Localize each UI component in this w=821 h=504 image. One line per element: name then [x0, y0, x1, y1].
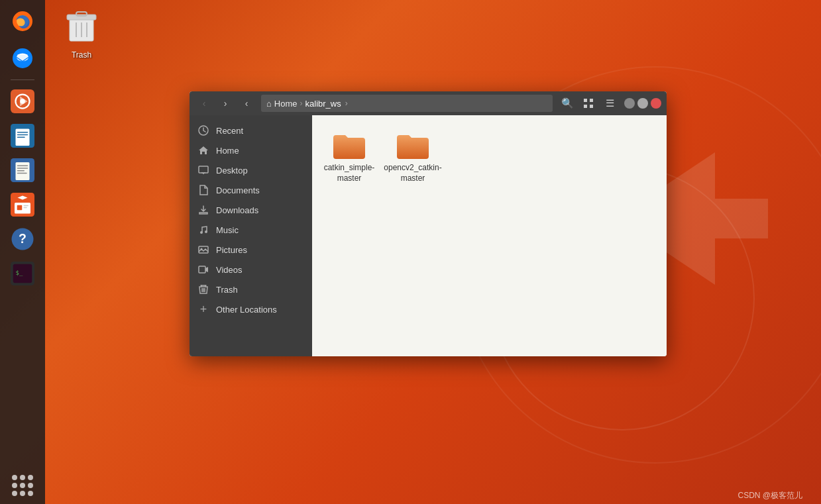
documents-sidebar-icon — [197, 184, 209, 196]
sidebar: Recent Home — [190, 115, 312, 356]
desktop-sidebar-icon — [197, 164, 209, 176]
files-area: catkin_simple-master opencv — [312, 115, 667, 356]
svg-text:$_: $_ — [16, 270, 23, 276]
svg-rect-34 — [584, 99, 587, 102]
svg-point-42 — [200, 231, 203, 234]
svg-rect-20 — [17, 205, 23, 211]
svg-rect-16 — [17, 170, 25, 172]
titlebar-actions: 🔍 ☰ — [558, 94, 619, 113]
desktop-trash-label: Trash — [72, 50, 91, 60]
svg-rect-17 — [17, 173, 27, 174]
desktop-trash[interactable]: Trash — [63, 5, 100, 60]
sidebar-item-videos[interactable]: Videos — [190, 260, 312, 279]
dock-item-texteditor[interactable] — [7, 154, 38, 186]
up-button[interactable]: ‹ — [237, 94, 256, 113]
sidebar-item-home[interactable]: Home — [190, 140, 312, 160]
view-toggle-button[interactable] — [579, 94, 598, 113]
sidebar-desktop-label: Desktop — [216, 166, 248, 176]
sidebar-item-music[interactable]: Music — [190, 220, 312, 240]
sidebar-trash-label: Trash — [216, 285, 238, 295]
trash-icon — [63, 5, 100, 48]
file-manager-window: ‹ › ‹ ⌂ Home › kalibr_ws › 🔍 ☰ – □ — [190, 91, 667, 356]
music-sidebar-icon — [197, 224, 209, 236]
svg-rect-22 — [24, 207, 27, 209]
menu-button[interactable]: ☰ — [600, 94, 619, 113]
titlebar: ‹ › ‹ ⌂ Home › kalibr_ws › 🔍 ☰ – □ — [190, 91, 667, 115]
folder-catkin-simple-master[interactable]: catkin_simple-master — [323, 126, 376, 189]
breadcrumb-bar: ⌂ Home › kalibr_ws › — [261, 95, 553, 112]
sidebar-item-desktop[interactable]: Desktop — [190, 160, 312, 180]
show-applications-button[interactable] — [12, 475, 33, 496]
window-controls: – □ × — [624, 98, 661, 109]
search-button[interactable]: 🔍 — [558, 94, 576, 113]
svg-rect-9 — [17, 132, 28, 133]
folder-opencv2-catkin-master[interactable]: opencv2_catkin-master — [386, 126, 439, 189]
svg-rect-46 — [199, 266, 205, 273]
sidebar-videos-label: Videos — [216, 265, 243, 275]
sidebar-item-downloads[interactable]: Downloads — [190, 200, 312, 220]
svg-rect-14 — [17, 166, 28, 167]
svg-rect-11 — [17, 137, 25, 138]
svg-rect-10 — [17, 134, 28, 136]
pictures-sidebar-icon — [197, 244, 209, 256]
sidebar-documents-label: Documents — [216, 185, 260, 195]
breadcrumb-home-label: Home — [274, 99, 298, 109]
close-button[interactable]: × — [651, 98, 661, 109]
svg-point-43 — [205, 230, 207, 233]
dock-item-thunderbird[interactable] — [7, 42, 38, 74]
folder-name-catkin: catkin_simple-master — [324, 163, 375, 183]
svg-rect-39 — [199, 166, 208, 173]
back-button[interactable]: ‹ — [195, 94, 213, 113]
recent-icon — [197, 125, 209, 136]
trash-sidebar-icon — [197, 283, 209, 295]
breadcrumb-separator: › — [300, 99, 303, 108]
minimize-button[interactable]: – — [624, 98, 635, 109]
svg-rect-19 — [15, 203, 30, 214]
breadcrumb-current[interactable]: kalibr_ws — [305, 99, 341, 109]
main-content: Recent Home — [190, 115, 667, 356]
dock-item-terminal[interactable]: $_ — [7, 258, 38, 289]
svg-rect-36 — [584, 105, 587, 108]
forward-button[interactable]: › — [216, 94, 235, 113]
dock-item-help[interactable]: ? — [7, 223, 38, 255]
home-sidebar-icon — [197, 144, 209, 156]
dock-item-rhythmbox[interactable] — [7, 85, 38, 117]
sidebar-item-recent[interactable]: Recent — [190, 121, 312, 140]
sidebar-item-documents[interactable]: Documents — [190, 180, 312, 200]
sidebar-item-pictures[interactable]: Pictures — [190, 240, 312, 260]
sidebar-item-other-locations[interactable]: + Other Locations — [190, 299, 312, 319]
videos-sidebar-icon — [197, 264, 209, 276]
folder-icon-opencv — [396, 131, 430, 160]
watermark: CSDN @极客范儿 — [732, 487, 808, 504]
sidebar-pictures-label: Pictures — [216, 245, 247, 255]
breadcrumb-end-arrow: › — [345, 99, 348, 108]
dock-item-libreoffice[interactable] — [7, 120, 38, 152]
breadcrumb-home[interactable]: ⌂ Home — [266, 99, 298, 109]
dock-item-software-center[interactable] — [7, 189, 38, 221]
folder-icon-catkin — [332, 131, 366, 160]
other-locations-icon: + — [197, 303, 209, 315]
sidebar-recent-label: Recent — [216, 126, 243, 136]
svg-rect-15 — [17, 168, 28, 169]
svg-rect-37 — [590, 105, 593, 108]
svg-text:?: ? — [19, 231, 27, 246]
svg-rect-35 — [590, 99, 593, 102]
dock: ? $_ — [0, 0, 45, 504]
sidebar-music-label: Music — [216, 225, 239, 235]
downloads-sidebar-icon — [197, 204, 209, 216]
svg-rect-21 — [24, 205, 29, 207]
dock-divider-1 — [11, 79, 34, 80]
sidebar-item-trash[interactable]: Trash — [190, 279, 312, 299]
sidebar-downloads-label: Downloads — [216, 205, 258, 215]
svg-rect-30 — [76, 12, 87, 16]
maximize-button[interactable]: □ — [637, 98, 648, 109]
folder-name-opencv: opencv2_catkin-master — [384, 163, 441, 183]
sidebar-other-locations-label: Other Locations — [216, 305, 277, 315]
home-icon: ⌂ — [266, 99, 272, 109]
dock-item-firefox[interactable] — [7, 5, 38, 37]
sidebar-home-label: Home — [216, 146, 239, 156]
